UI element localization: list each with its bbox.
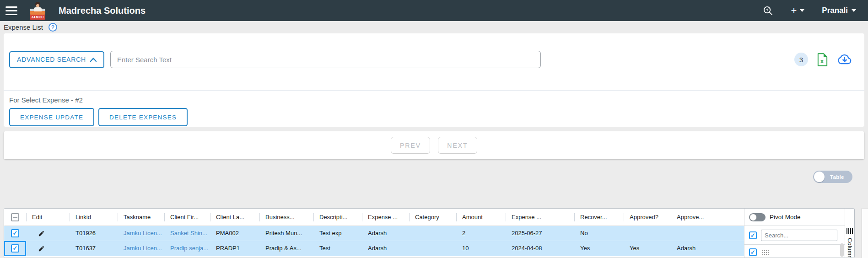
cell-amount: 2 xyxy=(456,226,506,241)
column-header-category[interactable]: Category xyxy=(409,209,456,226)
logo-person xyxy=(34,7,42,11)
taskname-link[interactable]: Jamku Licen... xyxy=(118,241,164,256)
columns-tab-label: Columns xyxy=(846,238,853,258)
cell-client-last: PRADP1 xyxy=(210,241,259,256)
prev-button[interactable]: PREV xyxy=(391,137,430,154)
column-header-edit[interactable]: Edit xyxy=(26,209,70,226)
page-title-row: Expense List ? xyxy=(0,21,868,33)
pivot-mode-toggle[interactable] xyxy=(749,213,766,221)
column-header-taskname[interactable]: Taskname xyxy=(118,209,164,226)
page-title: Expense List xyxy=(4,23,43,31)
column-header-approved[interactable]: Approved? xyxy=(624,209,671,226)
cell-description: Test exp xyxy=(313,226,362,241)
select-all-checkbox[interactable] xyxy=(11,213,19,221)
column-item-checkbox[interactable] xyxy=(749,248,757,256)
columns-tool-panel: Pivot Mode xyxy=(744,209,845,258)
user-menu[interactable]: Pranali xyxy=(822,6,856,15)
cell-linkid: T01926 xyxy=(70,226,118,241)
cell-approved xyxy=(624,226,671,241)
edit-icon[interactable] xyxy=(38,226,70,241)
chevron-down-icon xyxy=(800,9,804,12)
page-scrollbar[interactable] xyxy=(862,208,868,258)
logo-person-face xyxy=(36,4,39,7)
help-icon[interactable]: ? xyxy=(49,23,57,32)
global-search-icon[interactable] xyxy=(763,5,773,16)
menu-icon[interactable] xyxy=(5,6,17,15)
cell-approved-by xyxy=(671,226,744,241)
columns-tab[interactable]: Columns xyxy=(845,209,854,258)
grid-columns-area: Edit Linkid Taskname Client Fir... Clien… xyxy=(4,209,744,258)
toggle-zone: Table xyxy=(0,159,868,208)
client-first-link[interactable]: Pradip senja... xyxy=(164,241,210,256)
cell-approved-by: Adarsh xyxy=(671,241,744,256)
row-checkbox[interactable] xyxy=(11,244,19,253)
cell-category xyxy=(409,241,456,256)
taskname-link[interactable]: Jamku Licen... xyxy=(118,226,164,241)
next-button[interactable]: NEXT xyxy=(438,137,477,154)
cell-amount: 10 xyxy=(456,241,506,256)
cell-linkid: T01637 xyxy=(70,241,118,256)
grid-bottom-edge xyxy=(4,256,744,258)
advanced-search-label: ADVANCED SEARCH xyxy=(17,56,86,63)
column-header-amount[interactable]: Amount xyxy=(456,209,506,226)
logo-ribbon: JAMKU xyxy=(30,15,45,20)
toggle-knob xyxy=(814,172,825,182)
svg-text:x: x xyxy=(820,57,824,64)
search-input[interactable] xyxy=(110,51,541,68)
column-header-description[interactable]: Descripti... xyxy=(313,209,362,226)
cell-description: Test xyxy=(313,241,362,256)
cell-category xyxy=(409,226,456,241)
cell-business: Pritesh Mun... xyxy=(259,226,313,241)
column-search-input[interactable] xyxy=(761,230,837,241)
column-header-client-last[interactable]: Client La... xyxy=(210,209,259,226)
select-all-columns-checkbox[interactable] xyxy=(749,231,757,239)
edit-icon[interactable] xyxy=(38,241,70,256)
cell-expense-date: 2025-06-27 xyxy=(506,226,574,241)
column-header-business[interactable]: Business... xyxy=(259,209,313,226)
add-menu[interactable]: + xyxy=(791,5,804,16)
cloud-download-icon[interactable] xyxy=(837,54,852,65)
table-row[interactable]: T01926 Jamku Licen... Sanket Shin... PMA… xyxy=(4,226,744,241)
panel-scrollbar[interactable] xyxy=(840,243,844,257)
top-navbar: JAMKU Madrecha Solutions + Pranali xyxy=(0,0,868,21)
column-header-expense-date[interactable]: Expense ... xyxy=(506,209,574,226)
cell-expense-by: Adarsh xyxy=(362,241,409,256)
app-title: Madrecha Solutions xyxy=(59,5,146,16)
expense-update-button[interactable]: EXPENSE UPDATE xyxy=(9,108,94,126)
cell-business: Pradip & As... xyxy=(259,241,313,256)
chevron-up-icon xyxy=(90,58,97,62)
columns-icon xyxy=(846,228,853,234)
column-header-recoverable[interactable]: Recover... xyxy=(574,209,624,226)
column-header-approved-by[interactable]: Approve... xyxy=(671,209,744,226)
table-view-toggle[interactable]: Table xyxy=(813,171,852,183)
jamku-logo[interactable]: JAMKU xyxy=(28,1,47,20)
table-row[interactable]: T01637 Jamku Licen... Pradip senja... PR… xyxy=(4,241,744,256)
selection-label: For Select Expense - #2 xyxy=(9,96,859,104)
advanced-search-button[interactable]: ADVANCED SEARCH xyxy=(9,51,104,68)
cell-recoverable: No xyxy=(574,226,624,241)
result-count-badge: 3 xyxy=(794,53,808,66)
cell-approved: Yes xyxy=(624,241,671,256)
delete-expenses-button[interactable]: DELETE EXPENSES xyxy=(98,108,188,126)
chevron-down-icon xyxy=(852,9,856,12)
cell-expense-date: 2024-04-08 xyxy=(506,241,574,256)
column-header-linkid[interactable]: Linkid xyxy=(70,209,118,226)
excel-export-icon[interactable]: x xyxy=(817,53,828,66)
drag-handle-icon[interactable] xyxy=(762,250,769,255)
row-checkbox[interactable] xyxy=(11,229,19,237)
search-card: ADVANCED SEARCH 3 x xyxy=(4,33,864,127)
column-header-client-first[interactable]: Client Fir... xyxy=(164,209,210,226)
pagination-card: PREV NEXT xyxy=(4,131,864,159)
expense-table: Edit Linkid Taskname Client Fir... Clien… xyxy=(4,208,855,258)
cell-recoverable: Yes xyxy=(574,241,624,256)
pivot-mode-label: Pivot Mode xyxy=(770,214,801,220)
toggle-label: Table xyxy=(830,174,844,180)
cell-expense-by: Adarsh xyxy=(362,226,409,241)
cell-client-last: PMA002 xyxy=(210,226,259,241)
table-header-row: Edit Linkid Taskname Client Fir... Clien… xyxy=(4,209,744,226)
user-name: Pranali xyxy=(822,6,848,15)
plus-icon: + xyxy=(791,5,797,16)
client-first-link[interactable]: Sanket Shin... xyxy=(164,226,210,241)
column-header-expense-by[interactable]: Expense ... xyxy=(362,209,409,226)
